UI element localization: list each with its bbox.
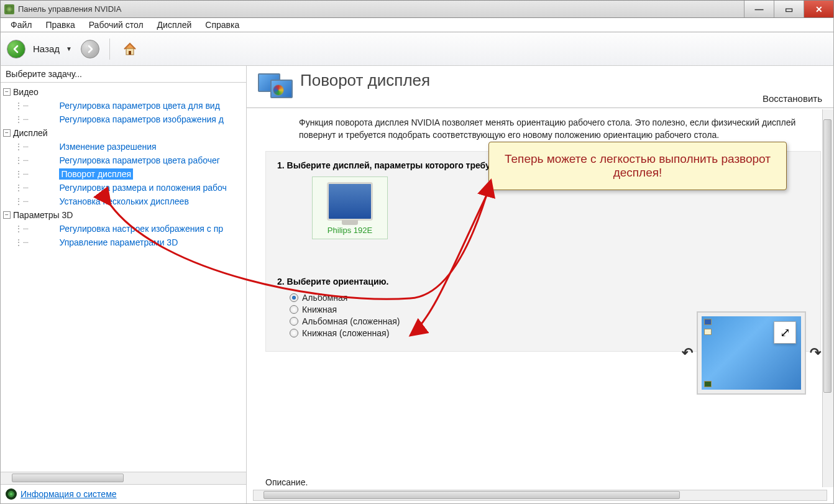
minimize-button[interactable]: — [744,1,774,17]
sidebar-title: Выберите задачу... [1,66,246,83]
rotate-display-icon [258,71,294,103]
tree-item-3d-image[interactable]: Регулировка настроек изображения с пр [59,224,223,234]
tree-item-desktop-color[interactable]: Регулировка параметров цвета рабочег [59,155,219,165]
tree-item-resolution[interactable]: Изменение разрешения [59,142,156,152]
tree-item-video-color[interactable]: Регулировка параметров цвета для вид [59,101,219,111]
svg-rect-1 [129,51,131,55]
collapse-icon[interactable]: − [3,211,11,219]
preview-monitor: ⤢ [697,311,806,395]
content-scrollbar-horizontal[interactable] [253,490,827,501]
menu-file[interactable]: Файл [4,19,38,31]
toolbar-separator [109,39,110,60]
monitor-icon [327,182,373,221]
display-name: Philips 192E [315,226,385,235]
sidebar: Выберите задачу... − Видео ⋮┈Регулировка… [1,66,247,503]
radio-icon [290,305,298,314]
radio-icon [290,317,298,326]
home-button[interactable] [120,39,140,59]
content-header: Поворот дисплея Восстановить [247,66,833,108]
page-title: Поворот дисплея [300,71,763,90]
forward-button[interactable] [81,40,99,58]
content-pane: Поворот дисплея Восстановить Функция пов… [247,66,833,503]
collapse-icon[interactable]: − [3,88,11,96]
nvidia-icon [6,488,17,500]
close-button[interactable]: ✕ [804,1,833,17]
annotation-callout: Теперь можете с легкостью выполнить разв… [488,142,787,190]
collapse-icon[interactable]: − [3,129,11,137]
step2-title: 2. Выберите ориентацию. [277,277,809,286]
menu-edit[interactable]: Правка [39,19,81,31]
menubar: Файл Правка Рабочий стол Дисплей Справка [0,17,834,32]
menu-desktop[interactable]: Рабочий стол [83,19,150,31]
toolbar: Назад ▼ [0,32,834,66]
system-info-link-row: Информация о системе [1,484,246,503]
orientation-landscape[interactable]: Альбомная [290,293,809,303]
sidebar-scrollbar-horizontal[interactable] [1,472,246,484]
rotate-ccw-button[interactable]: ↶ [682,345,693,361]
nvidia-app-icon [4,4,14,14]
display-selector[interactable]: Philips 192E [312,176,388,239]
flip-icon: ⤢ [774,321,796,344]
maximize-button[interactable]: ▭ [774,1,804,17]
tree-category-3d[interactable]: − Параметры 3D [3,208,246,222]
window-titlebar: Панель управления NVIDIA — ▭ ✕ [0,0,834,17]
content-scrollbar-vertical[interactable] [822,109,833,487]
tree-category-display[interactable]: − Дисплей [3,126,246,140]
window-title: Панель управления NVIDIA [18,4,121,14]
task-tree: − Видео ⋮┈Регулировка параметров цвета д… [1,83,246,472]
radio-icon [290,329,298,337]
tree-category-video[interactable]: − Видео [3,85,246,99]
tree-item-multi-display[interactable]: Установка нескольких дисплеев [59,196,188,206]
tree-item-video-image[interactable]: Регулировка параметров изображения д [59,114,223,124]
back-history-caret[interactable]: ▼ [66,45,72,52]
tree-item-3d-manage[interactable]: Управление параметрами 3D [59,237,178,247]
menu-help[interactable]: Справка [199,19,245,31]
restore-link[interactable]: Восстановить [763,93,822,108]
menu-display[interactable]: Дисплей [151,19,198,31]
tree-item-size-position[interactable]: Регулировка размера и положения рабоч [59,183,226,193]
tree-item-rotate-display[interactable]: Поворот дисплея [59,168,133,180]
description-footer: Описание. [265,477,308,487]
back-button[interactable] [7,40,25,58]
back-label: Назад [33,44,60,54]
orientation-preview: ↶ ⤢ ↷ [682,311,821,395]
rotate-cw-button[interactable]: ↷ [810,345,821,361]
radio-icon [290,293,298,302]
system-info-link[interactable]: Информация о системе [21,489,117,499]
